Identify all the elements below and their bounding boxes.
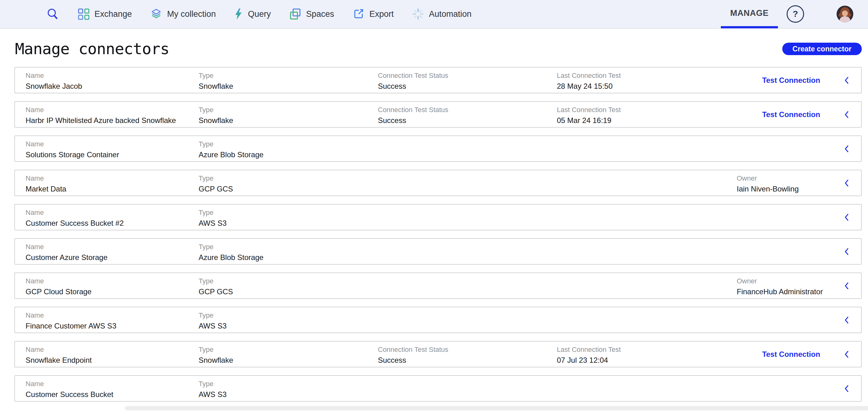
chevron-left-icon[interactable]	[845, 282, 849, 289]
chevron-left-icon[interactable]	[845, 145, 849, 152]
page-head: Manage connectors Create connector	[0, 29, 868, 58]
create-connector-button[interactable]: Create connector	[782, 43, 862, 55]
owner-value: Iain Niven-Bowling	[737, 184, 799, 194]
avatar[interactable]	[837, 6, 854, 23]
horizontal-scrollbar-thumb[interactable]	[125, 406, 868, 410]
last-test-label: Last Connection Test	[557, 346, 621, 354]
type-label: Type	[198, 277, 233, 285]
type-field: Type Snowflake	[198, 106, 233, 125]
type-label: Type	[198, 174, 233, 182]
chevron-left-icon[interactable]	[845, 179, 849, 186]
nav-item-label: Exchange	[94, 9, 132, 19]
test-connection-link[interactable]: Test Connection	[737, 76, 845, 85]
status-label: Connection Test Status	[378, 106, 448, 114]
connector-row[interactable]: Name Solutions Storage Container Type Az…	[14, 135, 862, 162]
name-label: Name	[26, 346, 92, 354]
type-field: Type AWS S3	[198, 380, 227, 399]
nav-item-label: Spaces	[306, 9, 334, 19]
name-field: Name Customer Azure Storage	[26, 243, 107, 262]
nav-item-label: Export	[369, 9, 394, 19]
name-value: Snowflake Endpoint	[26, 355, 92, 365]
chevron-left-icon[interactable]	[845, 385, 849, 392]
name-label: Name	[26, 311, 116, 319]
nav-item-query[interactable]: Query	[234, 8, 271, 20]
connection-test-status-field: Connection Test Status Success	[378, 346, 448, 365]
nav-item-automation[interactable]: Automation	[412, 8, 472, 20]
chevron-left-icon[interactable]	[845, 214, 849, 221]
last-test-value: 07 Jul 23 12:04	[557, 355, 621, 365]
test-connection-link[interactable]: Test Connection	[737, 110, 845, 119]
type-label: Type	[198, 209, 227, 217]
chevron-left-icon[interactable]	[845, 111, 849, 118]
sparkle-icon	[412, 8, 424, 20]
chevron-left-icon[interactable]	[845, 248, 849, 255]
name-label: Name	[26, 277, 92, 285]
type-value: Snowflake	[198, 116, 233, 125]
name-value: GCP Cloud Storage	[26, 287, 92, 297]
nav-items: Exchange My collection	[77, 8, 471, 20]
name-value: Customer Success Bucket #2	[26, 218, 124, 228]
name-field: Name GCP Cloud Storage	[26, 277, 92, 297]
type-value: Azure Blob Storage	[198, 253, 264, 262]
type-field: Type Snowflake	[198, 346, 233, 365]
chevron-left-icon[interactable]	[845, 316, 849, 323]
bolt-icon	[234, 8, 243, 20]
type-field: Type GCP GCS	[198, 174, 233, 194]
owner-label: Owner	[737, 277, 823, 285]
connector-row[interactable]: Name Snowflake Endpoint Type Snowflake C…	[14, 341, 862, 368]
owner-field: Owner Iain Niven-Bowling	[737, 174, 799, 194]
last-test-value: 28 May 24 15:50	[557, 81, 621, 91]
nav-item-my-collection[interactable]: My collection	[150, 8, 216, 20]
name-label: Name	[26, 174, 66, 182]
type-field: Type Azure Blob Storage	[198, 140, 264, 160]
type-field: Type AWS S3	[198, 311, 227, 331]
type-value: Snowflake	[198, 355, 233, 365]
nav-item-exchange[interactable]: Exchange	[77, 8, 132, 20]
name-label: Name	[26, 243, 107, 251]
name-label: Name	[26, 380, 113, 388]
name-value: Customer Azure Storage	[26, 253, 107, 262]
connector-row[interactable]: Name Market Data Type GCP GCS Owner Iain…	[14, 170, 862, 196]
connector-row[interactable]: Name Customer Azure Storage Type Azure B…	[14, 238, 862, 265]
chevron-left-icon[interactable]	[845, 351, 849, 358]
nav-item-spaces[interactable]: Spaces	[289, 8, 334, 20]
status-label: Connection Test Status	[378, 346, 448, 354]
connector-row[interactable]: Name Snowflake Jacob Type Snowflake Conn…	[14, 67, 862, 94]
connector-row[interactable]: Name Customer Success Bucket Type AWS S3	[14, 375, 862, 402]
owner-value: FinanceHub Administrator	[737, 287, 823, 297]
name-value: Finance Customer AWS S3	[26, 321, 116, 331]
nav-item-label: My collection	[167, 9, 216, 19]
spaces-icon	[289, 8, 302, 20]
connector-row[interactable]: Name Finance Customer AWS S3 Type AWS S3	[14, 307, 862, 333]
last-connection-test-field: Last Connection Test 28 May 24 15:50	[557, 72, 621, 91]
type-value: GCP GCS	[198, 287, 233, 297]
type-field: Type Azure Blob Storage	[198, 243, 264, 262]
last-connection-test-field: Last Connection Test 07 Jul 23 12:04	[557, 346, 621, 365]
search-icon	[46, 7, 59, 21]
top-nav: Exchange My collection	[0, 0, 868, 29]
name-field: Name Market Data	[26, 174, 66, 194]
type-label: Type	[198, 106, 233, 114]
type-value: AWS S3	[198, 390, 227, 399]
manage-connectors-screen: Exchange My collection	[0, 0, 868, 411]
question-mark-icon: ?	[793, 9, 798, 19]
page-title: Manage connectors	[15, 40, 169, 58]
nav-item-label: Automation	[429, 9, 472, 19]
test-connection-link[interactable]: Test Connection	[737, 350, 845, 359]
status-value: Success	[378, 355, 448, 365]
connector-row[interactable]: Name GCP Cloud Storage Type GCP GCS Owne…	[14, 272, 862, 299]
grid-icon	[77, 8, 90, 20]
nav-item-export[interactable]: Export	[352, 8, 394, 20]
type-label: Type	[198, 346, 233, 354]
name-value: Customer Success Bucket	[26, 390, 113, 399]
chevron-left-icon[interactable]	[845, 77, 849, 84]
name-field: Name Snowflake Endpoint	[26, 346, 92, 365]
tab-manage[interactable]: MANAGE	[721, 0, 778, 28]
search-button[interactable]	[46, 7, 59, 21]
name-value: Market Data	[26, 184, 66, 194]
connector-row[interactable]: Name Customer Success Bucket #2 Type AWS…	[14, 204, 862, 230]
help-button[interactable]: ?	[786, 5, 804, 23]
status-value: Success	[378, 116, 448, 125]
connector-row[interactable]: Name Harbr IP Whitelisted Azure backed S…	[14, 101, 862, 128]
layers-icon	[150, 8, 162, 20]
